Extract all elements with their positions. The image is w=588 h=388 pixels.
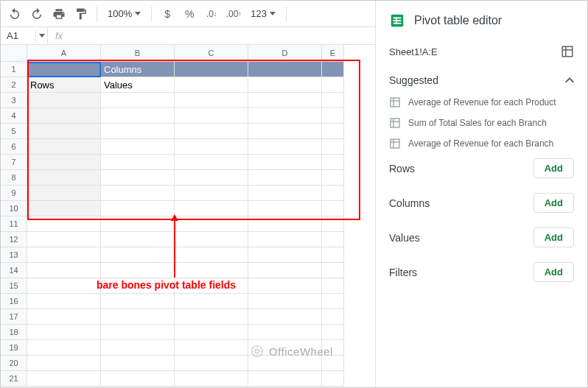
col-header-a[interactable]: A bbox=[27, 45, 101, 62]
cell[interactable] bbox=[101, 340, 175, 356]
cell[interactable] bbox=[27, 294, 101, 309]
cell[interactable] bbox=[27, 263, 101, 278]
cell[interactable] bbox=[322, 139, 344, 155]
cell[interactable] bbox=[175, 356, 248, 371]
cell[interactable] bbox=[322, 216, 344, 232]
cell[interactable] bbox=[322, 294, 344, 309]
suggested-header[interactable]: Suggested bbox=[389, 74, 574, 86]
row-header[interactable]: 21 bbox=[1, 371, 27, 387]
row-header[interactable]: 15 bbox=[1, 278, 27, 294]
row-header[interactable]: 12 bbox=[1, 232, 27, 247]
cell[interactable] bbox=[27, 356, 101, 371]
cell[interactable] bbox=[248, 139, 322, 155]
row-header[interactable]: 11 bbox=[1, 216, 27, 232]
row-header[interactable]: 7 bbox=[1, 155, 27, 170]
cell[interactable] bbox=[322, 170, 344, 186]
cell[interactable] bbox=[248, 247, 322, 263]
cell-b2[interactable]: Values bbox=[101, 77, 175, 93]
cell[interactable] bbox=[322, 186, 344, 201]
col-header-d[interactable]: D bbox=[248, 45, 322, 62]
cell[interactable] bbox=[248, 216, 322, 232]
paint-format-button[interactable] bbox=[71, 4, 91, 24]
cell[interactable] bbox=[101, 201, 175, 216]
cell[interactable] bbox=[27, 325, 101, 340]
cell[interactable] bbox=[175, 216, 248, 232]
cell[interactable] bbox=[101, 108, 175, 124]
row-header[interactable]: 10 bbox=[1, 201, 27, 216]
cell[interactable] bbox=[101, 309, 175, 325]
cell[interactable] bbox=[322, 124, 344, 139]
cell[interactable] bbox=[101, 139, 175, 155]
cell[interactable] bbox=[175, 93, 248, 108]
cell[interactable] bbox=[175, 263, 248, 278]
cell[interactable] bbox=[27, 155, 101, 170]
row-header[interactable]: 19 bbox=[1, 340, 27, 356]
cell[interactable] bbox=[322, 371, 344, 387]
cell[interactable] bbox=[248, 108, 322, 124]
zoom-selector[interactable]: 100% bbox=[103, 8, 145, 19]
cell[interactable] bbox=[248, 124, 322, 139]
cell[interactable] bbox=[27, 108, 101, 124]
decrease-decimal-button[interactable]: .0↓ bbox=[202, 4, 221, 24]
cell[interactable] bbox=[248, 93, 322, 108]
cell[interactable] bbox=[101, 186, 175, 201]
row-header[interactable]: 9 bbox=[1, 186, 27, 201]
cell[interactable] bbox=[248, 155, 322, 170]
more-formats-button[interactable]: 123 bbox=[246, 8, 280, 19]
row-header[interactable]: 4 bbox=[1, 108, 27, 124]
select-range-button[interactable] bbox=[561, 45, 574, 58]
cell[interactable] bbox=[101, 294, 175, 309]
cell[interactable] bbox=[175, 108, 248, 124]
cell[interactable] bbox=[27, 93, 101, 108]
cell[interactable] bbox=[248, 278, 322, 294]
cell[interactable] bbox=[27, 247, 101, 263]
cell[interactable] bbox=[27, 309, 101, 325]
row-header[interactable]: 18 bbox=[1, 325, 27, 340]
cell[interactable] bbox=[101, 124, 175, 139]
cell-b1[interactable]: Columns bbox=[101, 62, 175, 77]
cell[interactable] bbox=[248, 201, 322, 216]
cell[interactable] bbox=[248, 170, 322, 186]
range-text[interactable]: Sheet1!A:E bbox=[389, 46, 438, 57]
cell[interactable] bbox=[175, 186, 248, 201]
cell[interactable] bbox=[322, 201, 344, 216]
cell[interactable] bbox=[101, 356, 175, 371]
cell[interactable] bbox=[27, 170, 101, 186]
currency-button[interactable]: $ bbox=[158, 4, 177, 24]
cell[interactable] bbox=[248, 77, 322, 93]
name-box-dropdown[interactable] bbox=[36, 27, 48, 44]
cell[interactable] bbox=[101, 371, 175, 387]
cell-c1[interactable] bbox=[175, 62, 248, 77]
cell[interactable] bbox=[175, 170, 248, 186]
cell-d1[interactable] bbox=[248, 62, 322, 77]
undo-button[interactable] bbox=[5, 4, 24, 24]
cell[interactable] bbox=[27, 216, 101, 232]
cell[interactable] bbox=[322, 93, 344, 108]
cell-a1[interactable] bbox=[27, 62, 101, 77]
row-header[interactable]: 5 bbox=[1, 124, 27, 139]
redo-button[interactable] bbox=[27, 4, 46, 24]
cell[interactable] bbox=[101, 93, 175, 108]
cell[interactable] bbox=[175, 232, 248, 247]
cell[interactable] bbox=[175, 124, 248, 139]
cell[interactable] bbox=[101, 155, 175, 170]
cell[interactable] bbox=[101, 263, 175, 278]
print-button[interactable] bbox=[49, 4, 69, 24]
name-box[interactable]: A1 bbox=[1, 30, 36, 41]
cell[interactable] bbox=[27, 340, 101, 356]
cell[interactable] bbox=[27, 371, 101, 387]
row-header[interactable]: 17 bbox=[1, 309, 27, 325]
cell[interactable] bbox=[175, 325, 248, 340]
cell[interactable] bbox=[322, 263, 344, 278]
cell[interactable] bbox=[248, 371, 322, 387]
row-header[interactable]: 6 bbox=[1, 139, 27, 155]
cell[interactable] bbox=[175, 77, 248, 93]
cell[interactable] bbox=[248, 294, 322, 309]
cell[interactable] bbox=[175, 340, 248, 356]
cell[interactable] bbox=[27, 232, 101, 247]
cell[interactable] bbox=[322, 278, 344, 294]
cell[interactable] bbox=[101, 170, 175, 186]
cell[interactable] bbox=[101, 232, 175, 247]
cell[interactable] bbox=[248, 325, 322, 340]
cell[interactable] bbox=[101, 325, 175, 340]
